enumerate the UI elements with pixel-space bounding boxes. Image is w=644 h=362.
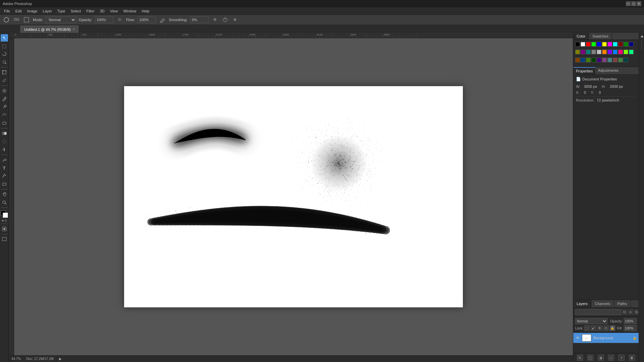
- move-tool-button[interactable]: ↖: [1, 34, 8, 42]
- collapse-toggle-icon[interactable]: ◀: [640, 34, 644, 38]
- close-button[interactable]: ✕: [637, 1, 641, 6]
- color-swatch[interactable]: [591, 42, 596, 47]
- color-swatch[interactable]: [586, 42, 591, 47]
- zoom-tool-button[interactable]: [1, 199, 8, 206]
- color-swatch[interactable]: [602, 42, 607, 47]
- airbrush-icon[interactable]: [159, 16, 166, 23]
- lock-artboard-btn[interactable]: ⊡: [603, 325, 609, 331]
- color-swatch[interactable]: [591, 58, 596, 62]
- brush-angle-icon[interactable]: [221, 16, 229, 23]
- eyedropper-tool-button[interactable]: [1, 77, 8, 84]
- swatches-tab[interactable]: Swatches: [589, 33, 612, 40]
- menu-image[interactable]: Image: [24, 8, 40, 14]
- tab-close-button[interactable]: ×: [73, 27, 75, 31]
- marquee-tool-button[interactable]: ⬚: [1, 42, 8, 50]
- color-swatch[interactable]: [613, 42, 618, 47]
- smoothing-options-icon[interactable]: ⚙: [211, 16, 219, 23]
- color-swatch[interactable]: [575, 50, 580, 54]
- color-swatch[interactable]: [607, 50, 612, 54]
- layer-item-background[interactable]: 👁 BG Background 🔒: [573, 333, 639, 343]
- flow-input[interactable]: [138, 16, 156, 23]
- status-arrow[interactable]: ▶: [59, 357, 62, 361]
- menu-view[interactable]: View: [107, 8, 121, 14]
- opacity-input[interactable]: [95, 16, 113, 23]
- quick-select-tool-button[interactable]: [1, 58, 8, 66]
- canvas-container[interactable]: [14, 38, 573, 355]
- layer-fill-input[interactable]: [624, 325, 637, 331]
- brush-size-icon[interactable]: 250: [13, 16, 20, 23]
- layer-adjustment-btn[interactable]: ◑: [598, 355, 604, 361]
- color-swatch[interactable]: [575, 42, 580, 47]
- menu-layer[interactable]: Layer: [40, 8, 55, 14]
- layer-group-btn[interactable]: □: [608, 355, 614, 361]
- lasso-tool-button[interactable]: [1, 50, 8, 58]
- color-swatch[interactable]: [613, 50, 618, 54]
- menu-help[interactable]: Help: [139, 8, 152, 14]
- brush-preset-icon[interactable]: [3, 16, 10, 23]
- path-select-tool-button[interactable]: [1, 172, 8, 180]
- color-swatch[interactable]: [618, 42, 623, 47]
- color-swatch[interactable]: [581, 42, 585, 47]
- color-swatch[interactable]: [602, 58, 607, 62]
- color-swatch[interactable]: [618, 58, 623, 62]
- layer-kind-btn[interactable]: ⊡: [622, 309, 627, 315]
- color-swatch[interactable]: [581, 50, 585, 54]
- color-swatch[interactable]: [618, 50, 623, 54]
- menu-file[interactable]: File: [1, 8, 13, 14]
- layers-search-input[interactable]: [575, 309, 621, 315]
- color-swatch[interactable]: [575, 58, 580, 62]
- color-swatch[interactable]: [607, 42, 612, 47]
- properties-tab[interactable]: Properties: [573, 67, 595, 74]
- color-tab[interactable]: Color: [573, 33, 589, 40]
- color-swatch[interactable]: [624, 50, 628, 54]
- lock-position-btn[interactable]: ✥: [597, 325, 602, 331]
- color-swatch[interactable]: [586, 58, 591, 62]
- extra-brush-icon[interactable]: ⊕: [231, 16, 239, 23]
- shape-tool-button[interactable]: [1, 180, 8, 188]
- default-colors-icon[interactable]: ⊡: [5, 219, 7, 222]
- lock-image-btn[interactable]: 🖌: [591, 325, 596, 331]
- menu-filter[interactable]: Filter: [84, 8, 97, 14]
- crop-tool-button[interactable]: [1, 69, 8, 76]
- color-swatch[interactable]: [607, 58, 612, 62]
- layer-mode-select[interactable]: Normal: [575, 318, 607, 324]
- delete-layer-btn[interactable]: 🗑: [629, 355, 635, 361]
- type-tool-button[interactable]: T: [1, 164, 8, 172]
- menu-select[interactable]: Select: [68, 8, 84, 14]
- blur-tool-button[interactable]: [1, 138, 8, 145]
- menu-3d[interactable]: 3D: [97, 8, 107, 14]
- color-swatch[interactable]: [597, 58, 601, 62]
- lock-all-btn[interactable]: 🔒: [610, 325, 615, 331]
- paths-tab[interactable]: Paths: [614, 300, 631, 307]
- brush-toggle-icon[interactable]: [23, 16, 30, 23]
- color-swatch[interactable]: [624, 58, 628, 62]
- title-bar-controls[interactable]: — □ ✕: [626, 1, 641, 6]
- layers-tab[interactable]: Layers: [573, 300, 591, 307]
- layer-a-btn[interactable]: A: [628, 309, 633, 315]
- pen-tool-button[interactable]: [1, 156, 8, 164]
- mode-select[interactable]: Normal: [46, 16, 76, 23]
- color-swatch[interactable]: [624, 42, 628, 47]
- color-swatch[interactable]: [629, 50, 634, 54]
- menu-window[interactable]: Window: [120, 8, 139, 14]
- channels-tab[interactable]: Channels: [591, 300, 614, 307]
- document-tab[interactable]: Untitled-1 @ 44.7% (RGB/8) ×: [20, 25, 79, 33]
- color-swatch[interactable]: [613, 58, 618, 62]
- minimize-button[interactable]: —: [626, 1, 631, 6]
- screen-mode-button[interactable]: [1, 236, 8, 243]
- adjustments-tab[interactable]: Adjustments: [595, 67, 621, 74]
- color-swatch[interactable]: [597, 42, 601, 47]
- new-layer-btn[interactable]: +: [619, 355, 625, 361]
- layer-opacity-input[interactable]: [624, 318, 637, 324]
- switch-colors-icon[interactable]: ⇄: [2, 219, 4, 222]
- layer-fx-footer-btn[interactable]: fx: [577, 355, 583, 361]
- background-color-swatch[interactable]: [3, 213, 8, 218]
- smoothing-input[interactable]: [190, 16, 209, 23]
- color-swatch[interactable]: [597, 50, 601, 54]
- layer-visibility-toggle[interactable]: 👁: [575, 336, 580, 340]
- history-brush-button[interactable]: [1, 111, 8, 119]
- layer-mask-btn[interactable]: ◯: [587, 355, 593, 361]
- eraser-tool-button[interactable]: [1, 119, 8, 127]
- quick-mask-button[interactable]: [1, 225, 8, 233]
- pressure-opacity-icon[interactable]: ⊙: [116, 16, 123, 23]
